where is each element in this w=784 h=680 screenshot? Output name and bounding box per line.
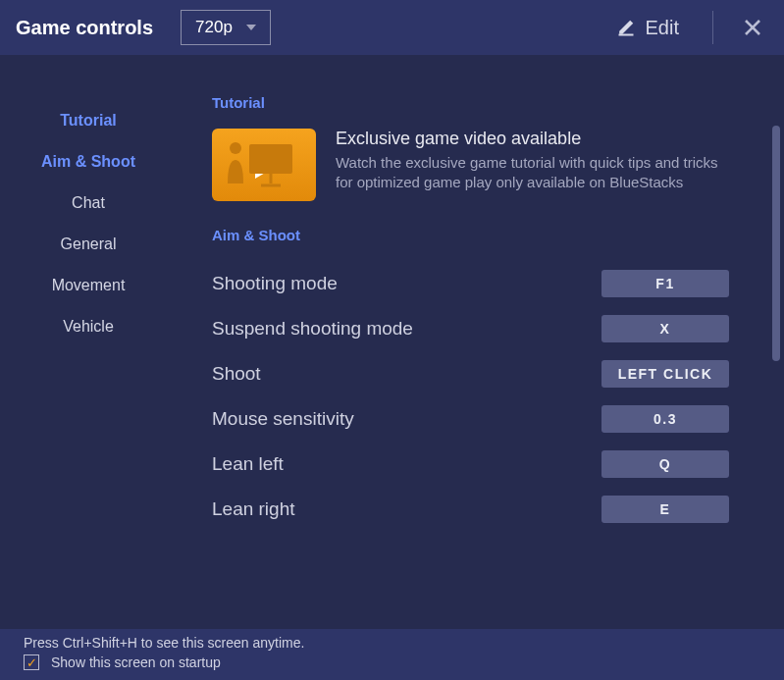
control-row-shooting-mode: Shooting mode F1 <box>212 261 764 306</box>
svg-rect-2 <box>249 144 292 174</box>
tutorial-video-thumb[interactable] <box>212 129 316 201</box>
control-row-lean-left: Lean left Q <box>212 442 764 487</box>
sidebar-item-tutorial[interactable]: Tutorial <box>0 100 177 141</box>
control-label: Lean right <box>212 498 601 520</box>
chevron-down-icon <box>246 25 256 30</box>
header-bar: Game controls 720p Edit <box>0 0 784 55</box>
resolution-dropdown[interactable]: 720p <box>181 10 271 45</box>
check-icon: ✓ <box>26 656 37 669</box>
edit-button[interactable]: Edit <box>606 11 689 45</box>
presenter-icon <box>224 136 302 191</box>
footer-hint: Press Ctrl+Shift+H to see this screen an… <box>24 635 760 651</box>
section-head-tutorial: Tutorial <box>212 94 764 111</box>
keybind-lean-left[interactable]: Q <box>601 450 729 478</box>
scrollbar-track[interactable] <box>772 126 780 557</box>
control-label: Shoot <box>212 363 601 385</box>
keybind-mouse-sensitivity[interactable]: 0.3 <box>601 405 729 433</box>
tutorial-title: Exclusive game video available <box>336 129 735 149</box>
checkbox-label: Show this screen on startup <box>51 654 221 670</box>
svg-point-5 <box>230 142 241 154</box>
main-content: Tutorial Exclusive game video available … <box>177 55 784 629</box>
section-head-aim-shoot: Aim & Shoot <box>212 227 764 243</box>
control-row-lean-right: Lean right E <box>212 487 764 532</box>
scrollbar-thumb[interactable] <box>772 126 780 361</box>
control-row-mouse-sensitivity: Mouse sensitivity 0.3 <box>212 396 764 442</box>
sidebar-item-general[interactable]: General <box>0 224 177 265</box>
sidebar-item-aim-shoot[interactable]: Aim & Shoot <box>0 141 177 183</box>
tutorial-text: Exclusive game video available Watch the… <box>336 129 764 201</box>
control-row-shoot: Shoot LEFT CLICK <box>212 351 764 396</box>
control-row-suspend-shooting: Suspend shooting mode X <box>212 306 764 351</box>
keybind-shoot[interactable]: LEFT CLICK <box>601 360 729 388</box>
show-on-startup-checkbox[interactable]: ✓ Show this screen on startup <box>24 654 760 670</box>
close-button[interactable] <box>737 12 768 43</box>
control-label: Mouse sensitivity <box>212 408 601 430</box>
control-label: Shooting mode <box>212 273 601 294</box>
control-label: Lean left <box>212 453 601 475</box>
pencil-icon <box>616 18 636 37</box>
keybind-suspend-shooting[interactable]: X <box>601 315 729 342</box>
keybind-lean-right[interactable]: E <box>601 496 729 523</box>
sidebar-item-vehicle[interactable]: Vehicle <box>0 306 177 347</box>
keybind-shooting-mode[interactable]: F1 <box>601 270 729 297</box>
close-icon <box>741 16 764 39</box>
checkbox-box: ✓ <box>24 654 39 670</box>
sidebar-item-movement[interactable]: Movement <box>0 265 177 306</box>
resolution-value: 720p <box>195 18 233 37</box>
window-title: Game controls <box>16 17 153 39</box>
body: Tutorial Aim & Shoot Chat General Moveme… <box>0 55 784 629</box>
header-divider <box>712 11 713 44</box>
tutorial-row: Exclusive game video available Watch the… <box>212 129 764 201</box>
tutorial-desc: Watch the exclusive game tutorial with q… <box>336 153 735 193</box>
footer: Press Ctrl+Shift+H to see this screen an… <box>0 629 784 680</box>
sidebar: Tutorial Aim & Shoot Chat General Moveme… <box>0 55 177 629</box>
sidebar-item-chat[interactable]: Chat <box>0 183 177 224</box>
edit-label: Edit <box>646 17 679 39</box>
control-label: Suspend shooting mode <box>212 318 601 340</box>
